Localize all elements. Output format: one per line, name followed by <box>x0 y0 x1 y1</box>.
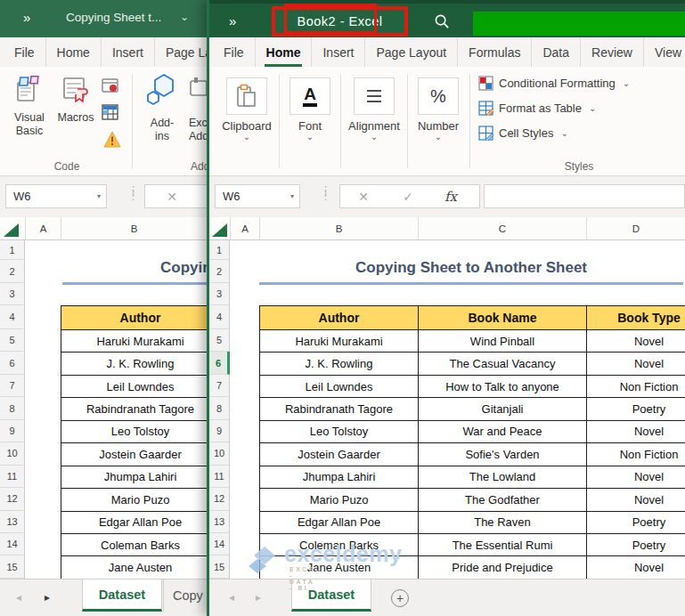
column-header-A[interactable]: A <box>230 217 259 239</box>
table-cell[interactable]: Leo Tolstoy <box>260 421 419 443</box>
row-header-13[interactable]: 13 <box>0 511 25 533</box>
sheet-nav-left-icon[interactable]: ◂ <box>16 591 21 604</box>
name-box[interactable]: W6 ▾ <box>5 184 107 208</box>
table-cell[interactable]: Sofie's Varden <box>419 443 587 466</box>
alignment-group-button[interactable]: Alignment ⌄ <box>344 77 404 142</box>
table-cell[interactable]: Jane Austen <box>260 556 419 579</box>
row-header-8[interactable]: 8 <box>0 397 25 419</box>
table-cell[interactable]: The Lowland <box>419 466 587 489</box>
conditional-formatting-button[interactable]: Conditional Formatting ⌄ <box>478 76 630 91</box>
sheet-nav-right-icon[interactable]: ▸ <box>45 591 50 604</box>
table-header-cell[interactable]: Book Type <box>587 306 685 330</box>
column-header-A[interactable]: A <box>25 217 61 239</box>
warning-icon[interactable] <box>103 131 121 149</box>
row-header-2[interactable]: 2 <box>209 260 230 283</box>
record-macro-icon[interactable] <box>102 77 119 95</box>
table-cell[interactable]: Jane Austen <box>61 556 207 579</box>
table-cell[interactable]: Mario Puzo <box>61 489 207 511</box>
row-header-4[interactable]: 4 <box>0 305 25 329</box>
insert-function-icon[interactable]: fx <box>429 189 472 205</box>
row-header-11[interactable]: 11 <box>209 466 230 488</box>
table-cell[interactable]: Edgar Allan Poe <box>260 512 419 534</box>
name-box-dropdown-icon[interactable]: ▾ <box>290 192 294 200</box>
row-header-15[interactable]: 15 <box>209 555 230 578</box>
table-cell[interactable]: The Essential Rumi <box>419 534 587 556</box>
row-header-12[interactable]: 12 <box>209 488 230 510</box>
sheet-tab-dataset[interactable]: Dataset <box>291 580 371 612</box>
column-header-B[interactable]: B <box>259 217 418 239</box>
ribbon-tab-page-layout[interactable]: Page Layout <box>364 37 457 67</box>
column-header-C[interactable]: C <box>418 217 586 239</box>
table-cell[interactable]: Jhumpa Lahiri <box>61 466 207 489</box>
cell-styles-button[interactable]: Cell Styles ⌄ <box>478 126 568 141</box>
name-box[interactable]: W6 ▾ <box>215 184 300 208</box>
row-header-8[interactable]: 8 <box>209 397 230 419</box>
table-header-cell[interactable]: Author <box>61 306 207 330</box>
enter-icon[interactable]: ✓ <box>387 190 429 204</box>
table-cell[interactable]: J. K. Rowling <box>61 353 207 375</box>
row-header-11[interactable]: 11 <box>0 466 25 488</box>
title-dropdown-icon[interactable]: ⌄ <box>180 11 189 23</box>
row-header-7[interactable]: 7 <box>0 375 25 397</box>
table-cell[interactable]: Jostein Gaarder <box>260 443 419 466</box>
ribbon-tab-home[interactable]: Home <box>45 37 101 67</box>
table-cell[interactable]: Poetry <box>587 534 685 556</box>
name-box-dropdown-icon[interactable]: ▾ <box>97 192 101 200</box>
sheet-nav-right-icon[interactable]: ▸ <box>256 591 261 604</box>
row-header-14[interactable]: 14 <box>0 533 25 555</box>
table-cell[interactable]: Novel <box>587 421 685 443</box>
row-header-9[interactable]: 9 <box>209 420 230 442</box>
sheet-nav-left-icon[interactable]: ◂ <box>229 591 234 604</box>
ribbon-tab-formulas[interactable]: Formulas <box>457 37 531 67</box>
table-cell[interactable]: Novel <box>587 353 685 375</box>
table-cell[interactable]: The Casual Vacancy <box>419 353 587 375</box>
table-cell[interactable]: Leo Tolstoy <box>61 421 207 443</box>
formula-bar-splitter[interactable]: ⋮⋮ <box>127 188 136 199</box>
ribbon-tab-review[interactable]: Review <box>580 37 643 67</box>
row-header-9[interactable]: 9 <box>0 420 25 442</box>
row-header-6[interactable]: 6 <box>209 352 230 374</box>
table-cell[interactable]: Haruki Murakami <box>260 330 419 353</box>
cancel-icon[interactable]: ✕ <box>145 190 199 204</box>
select-all-corner[interactable] <box>212 223 227 237</box>
add-ins-button[interactable]: Add- ins <box>139 72 185 143</box>
table-cell[interactable]: Jostein Gaarder <box>61 443 207 466</box>
row-header-4[interactable]: 4 <box>209 305 230 329</box>
table-cell[interactable]: J. K. Rowling <box>260 353 419 375</box>
table-cell[interactable]: The Raven <box>419 512 587 534</box>
row-header-10[interactable]: 10 <box>0 442 25 465</box>
ribbon-tab-file[interactable]: File <box>4 37 45 67</box>
ribbon-tab-page-layout[interactable]: Page Layout <box>154 37 207 67</box>
table-cell[interactable]: Novel <box>587 556 685 579</box>
formula-bar-splitter[interactable]: ⋮⋮ <box>320 188 329 199</box>
table-cell[interactable]: Haruki Murakami <box>61 330 207 353</box>
table-cell[interactable]: Gitanjali <box>419 398 587 420</box>
table-cell[interactable]: Coleman Barks <box>61 534 207 556</box>
table-cell[interactable]: Rabindranath Tagore <box>61 398 207 420</box>
clipboard-group-button[interactable]: Clipboard ⌄ <box>218 77 275 142</box>
row-header-7[interactable]: 7 <box>209 375 230 397</box>
row-header-3[interactable]: 3 <box>0 283 25 305</box>
number-group-button[interactable]: % Number ⌄ <box>411 77 466 142</box>
quick-access-overflow-icon[interactable]: » <box>23 10 31 25</box>
table-cell[interactable]: Poetry <box>587 512 685 534</box>
row-header-12[interactable]: 12 <box>0 488 25 510</box>
row-header-13[interactable]: 13 <box>209 511 230 533</box>
row-header-14[interactable]: 14 <box>209 533 230 555</box>
visual-basic-button[interactable]: Visual Basic <box>7 76 52 138</box>
table-cell[interactable]: Poetry <box>587 398 685 420</box>
row-header-5[interactable]: 5 <box>209 329 230 352</box>
table-header-cell[interactable]: Book Name <box>419 306 587 330</box>
sheet-title-cell[interactable]: Copying Sheet to Another Sheet <box>160 259 207 282</box>
sheet-tab-dataset[interactable]: Dataset <box>82 580 162 612</box>
table-cell[interactable]: Edgar Allan Poe <box>61 512 207 534</box>
ribbon-tab-file[interactable]: File <box>213 37 255 67</box>
column-header-D[interactable]: D <box>586 217 685 239</box>
row-header-6[interactable]: 6 <box>0 352 25 374</box>
formula-bar-input[interactable] <box>484 184 685 208</box>
table-properties-icon[interactable] <box>102 104 119 122</box>
ribbon-tab-insert[interactable]: Insert <box>311 37 364 67</box>
table-cell[interactable]: Wind Pinball <box>419 330 587 353</box>
column-header-B[interactable]: B <box>61 217 207 239</box>
search-icon[interactable] <box>434 13 451 30</box>
